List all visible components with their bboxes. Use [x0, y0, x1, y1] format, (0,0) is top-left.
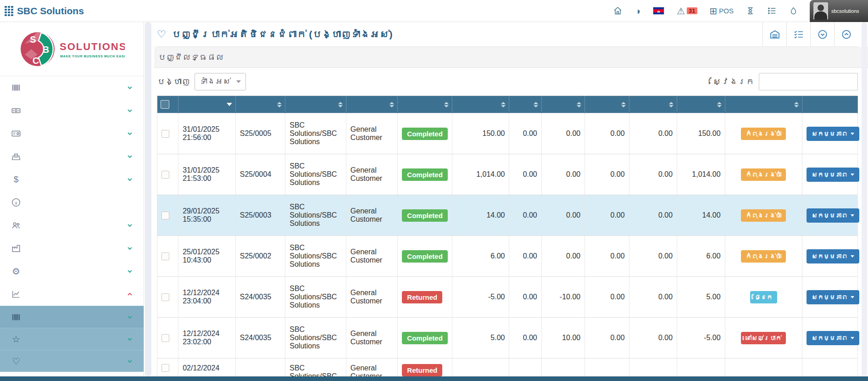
star-icon: ☆ [10, 334, 22, 345]
gear-icon: ⚙ [10, 266, 22, 277]
sidebar-item-6[interactable] [0, 214, 144, 237]
column-header-5[interactable] [398, 96, 452, 113]
checklist-button[interactable] [786, 22, 810, 46]
column-header-10[interactable] [629, 96, 677, 113]
column-header-4[interactable] [346, 96, 398, 113]
cell-returned: 0.00 [509, 236, 541, 277]
cell-date: 02/12/2024 [178, 359, 236, 377]
sidebar-item-0[interactable] [0, 76, 144, 99]
cell-status: Completed [398, 154, 452, 195]
pos-button[interactable]: ⊞POS [710, 6, 734, 16]
column-header-3[interactable] [285, 96, 346, 113]
row-checkbox[interactable] [161, 334, 169, 342]
select-all-checkbox[interactable] [161, 100, 169, 109]
chart-icon [10, 289, 22, 299]
row-checkbox[interactable] [161, 364, 169, 372]
user-menu[interactable]: sbcsolutions [810, 0, 868, 22]
list-icon[interactable] [767, 6, 777, 16]
sidebar-item-3[interactable] [0, 145, 144, 168]
sidebar-item-1[interactable] [0, 99, 144, 122]
sidebar-item-8[interactable]: ⚙ [0, 260, 144, 283]
cell-discount: 0.00 [629, 113, 677, 154]
cell-checkbox [157, 359, 178, 377]
cell-discount: 0.00 [629, 195, 677, 236]
chevron-down-icon [126, 84, 134, 91]
archive-button[interactable] [762, 22, 786, 46]
sidebar-item-7[interactable] [0, 237, 144, 260]
column-header-6[interactable] [452, 96, 509, 113]
cell-reference: S25/0004 [235, 154, 285, 195]
cell-returned: 0.00 [509, 195, 541, 236]
cell-payment-status: កំពុងរង់ចាំ [725, 236, 802, 277]
search-input[interactable] [759, 73, 858, 90]
cell-checkbox [157, 318, 178, 359]
cell-paid: 0.00 [541, 113, 584, 154]
home-icon[interactable] [613, 6, 623, 16]
collapse-down-button[interactable] [810, 22, 834, 46]
cell-payment-status: កំពុងរង់ចាំ [725, 195, 802, 236]
caret-down-icon [851, 174, 854, 176]
submenu-item-0[interactable] [0, 306, 144, 328]
sidebar-item-2[interactable] [0, 122, 144, 145]
actions-dropdown-button[interactable]: សកម្មភាព [807, 127, 859, 141]
cell-balance: -5.00 [677, 318, 725, 359]
actions-dropdown-button[interactable]: សកម្មភាព [807, 249, 859, 263]
app-brand[interactable]: SBC Solutions [5, 6, 84, 17]
barcode-icon [10, 312, 22, 322]
favorite-icon[interactable]: ♡ [157, 28, 166, 40]
column-header-9[interactable] [585, 96, 629, 113]
caret-down-icon [851, 296, 854, 298]
cell-reference [235, 359, 285, 377]
column-header-8[interactable] [541, 96, 584, 113]
collapse-up-button[interactable] [834, 22, 858, 46]
row-checkbox[interactable] [161, 171, 169, 179]
column-header-0[interactable] [157, 96, 178, 113]
contrast-icon[interactable]: ◑ [635, 6, 640, 16]
status-badge: Completed [402, 250, 448, 263]
row-checkbox[interactable] [161, 130, 169, 138]
column-header-12[interactable] [725, 96, 802, 113]
column-header-7[interactable] [509, 96, 541, 113]
column-header-11[interactable] [677, 96, 725, 113]
brand-name: SBC Solutions [17, 6, 84, 17]
right-scrollbar[interactable] [862, 22, 867, 376]
status-badge: កំពុងរង់ចាំ [741, 250, 786, 263]
cell-balance [677, 359, 725, 377]
cell-warehouse: SBC Solutions/SBC Solutions [285, 113, 346, 154]
actions-dropdown-button[interactable]: សកម្មភាព [807, 208, 859, 223]
actions-dropdown-button[interactable]: សកម្មភាព [807, 168, 859, 182]
cell-deposit: 0.00 [585, 195, 629, 236]
sidebar-item-5[interactable] [0, 191, 144, 214]
actions-dropdown-button[interactable]: សកម្មភាព [807, 290, 859, 304]
cell-returned: 0.00 [509, 318, 541, 359]
column-header-1[interactable] [178, 96, 236, 113]
row-checkbox[interactable] [161, 212, 169, 219]
table-row: 12/12/2024 23:04:00 S24/0035 SBC Solutio… [157, 277, 858, 318]
column-header-13[interactable] [802, 96, 858, 113]
status-badge: Completed [402, 209, 448, 222]
sidebar-item-9[interactable] [0, 283, 144, 306]
alerts-icon[interactable]: ⚠31 [677, 6, 697, 16]
sidebar-item-4[interactable]: $ [0, 168, 144, 191]
cell-customer: General Customer [346, 113, 398, 154]
actions-dropdown-button[interactable]: សកម្មភាព [807, 331, 859, 345]
hourglass-icon[interactable] [746, 6, 755, 16]
cell-date: 31/01/2025 21:56:00 [178, 113, 236, 154]
vertical-scrollbar[interactable] [145, 22, 151, 376]
show-select[interactable]: ទាំងអស់ [195, 73, 246, 90]
cell-amount: 150.00 [452, 113, 509, 154]
horizontal-scrollbar[interactable] [0, 376, 868, 381]
submenu-item-2[interactable]: ♡ [0, 350, 144, 372]
submenu-item-1[interactable]: ☆ [0, 328, 144, 350]
cell-checkbox [157, 277, 178, 318]
cell-status: Completed [398, 318, 452, 359]
row-checkbox[interactable] [161, 252, 169, 260]
cell-amount: 14.00 [452, 195, 509, 236]
heart-icon: ♡ [10, 356, 22, 367]
row-checkbox[interactable] [161, 293, 169, 301]
column-header-2[interactable] [235, 96, 285, 113]
cell-amount [452, 359, 509, 377]
clean-icon[interactable] [789, 6, 798, 16]
cell-customer: General Customer [346, 195, 398, 236]
cambodia-flag-icon[interactable] [653, 7, 664, 15]
